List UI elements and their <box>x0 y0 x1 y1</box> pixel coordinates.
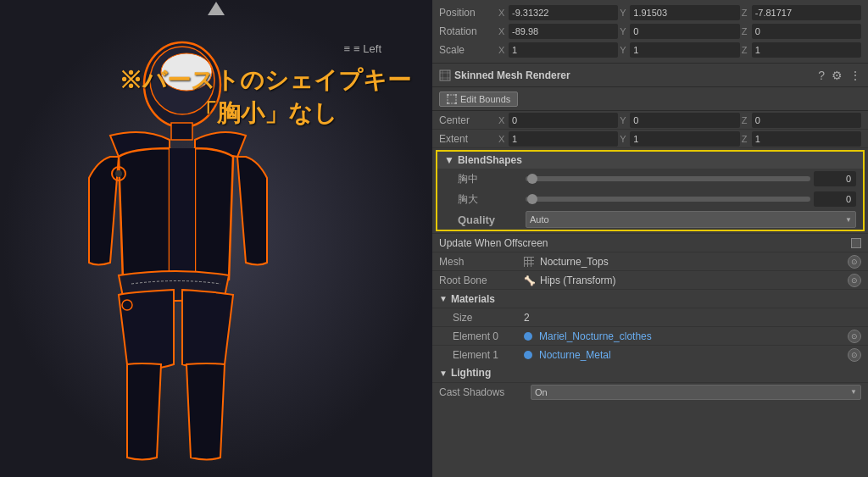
cast-shadows-dropdown[interactable]: On ▼ <box>531 385 861 400</box>
scale-z-group: Z 1 <box>742 42 861 58</box>
position-z-value[interactable]: -7.81717 <box>752 5 861 20</box>
root-bone-value[interactable]: Hips (Transform) <box>540 275 616 286</box>
element1-value[interactable]: Nocturne_Metal <box>539 349 611 361</box>
blend-item-1: 胸大 0 <box>437 189 863 209</box>
size-val[interactable]: 2 <box>524 312 530 324</box>
up-arrow-icon <box>203 0 229 17</box>
rotation-values: X -89.98 Y 0 Z 0 <box>498 24 861 39</box>
root-bone-value-group: 🦴 Hips (Transform) ⊙ <box>524 274 861 287</box>
materials-size-row: Size 2 <box>432 308 868 326</box>
blend-value-0[interactable]: 0 <box>814 171 856 186</box>
help-icon[interactable]: ? <box>818 69 825 82</box>
update-offscreen-checkbox[interactable] <box>851 238 861 248</box>
extent-values: X 1 Y 1 Z 1 <box>498 131 861 147</box>
mesh-value-group: Nocturne_Tops ⊙ <box>524 255 861 269</box>
center-label: Center <box>439 114 498 126</box>
lighting-label: Lighting <box>451 367 491 379</box>
blend-slider-track-0 <box>526 176 810 181</box>
view-label: ≡ ≡ Left <box>344 42 381 55</box>
size-label: Size <box>439 312 524 324</box>
blend-value-1[interactable]: 0 <box>814 191 856 207</box>
svg-point-6 <box>115 170 122 177</box>
element1-select-button[interactable]: ⊙ <box>848 348 861 362</box>
size-value: 2 <box>524 312 861 324</box>
scale-x-value[interactable]: 1 <box>509 42 618 58</box>
quality-arrow-icon: ▼ <box>845 216 852 224</box>
position-values: X -9.31322 Y 1.91503 Z -7.81717 <box>498 5 861 20</box>
center-z[interactable]: 0 <box>752 113 861 128</box>
scale-row: Scale X 1 Y 1 Z 1 <box>439 41 861 59</box>
mesh-label: Mesh <box>439 256 524 268</box>
settings-icon[interactable]: ⚙ <box>832 69 843 82</box>
edit-bounds-button[interactable]: Edit Bounds <box>439 92 518 107</box>
center-y[interactable]: 0 <box>630 113 739 128</box>
element0-dot-icon <box>524 332 532 341</box>
blend-shapes-section: ▼ BlendShapes 胸中 0 胸大 0 Quality <box>436 150 865 231</box>
overlay-line1: ※バーストのシェイプキー <box>119 64 411 97</box>
quality-dropdown[interactable]: Auto ▼ <box>526 211 856 228</box>
scale-z-value[interactable]: 1 <box>752 42 861 58</box>
center-x[interactable]: 0 <box>509 113 618 128</box>
blend-name-1: 胸大 <box>458 192 526 207</box>
element0-select-button[interactable]: ⊙ <box>848 330 861 343</box>
materials-collapse-icon[interactable]: ▼ <box>439 294 448 303</box>
position-x-value[interactable]: -9.31322 <box>509 5 618 20</box>
extent-y[interactable]: 1 <box>630 131 739 147</box>
svg-point-16 <box>455 94 458 97</box>
scale-y-value[interactable]: 1 <box>630 42 739 58</box>
scale-values: X 1 Y 1 Z 1 <box>498 42 861 58</box>
blend-slider-0[interactable] <box>526 176 810 181</box>
z-letter: Z <box>742 8 750 18</box>
menu-icon[interactable]: ⋮ <box>849 69 861 82</box>
quality-label: Quality <box>458 214 526 226</box>
svg-point-18 <box>455 102 458 104</box>
scale-label: Scale <box>439 44 498 56</box>
mesh-component-icon <box>439 69 451 81</box>
blend-shapes-label: BlendShapes <box>458 154 522 166</box>
svg-rect-9 <box>440 70 450 80</box>
position-x-group: X -9.31322 <box>498 5 618 20</box>
rotation-x-group: X -89.98 <box>498 24 618 39</box>
rotation-x-value[interactable]: -89.98 <box>509 24 618 39</box>
view-label-text: ≡ Left <box>353 42 381 55</box>
mesh-grid-icon <box>524 257 534 267</box>
blend-collapse-triangle[interactable]: ▼ <box>444 154 454 166</box>
element0-value[interactable]: Mariel_Nocturne_clothes <box>539 330 652 342</box>
mesh-select-button[interactable]: ⊙ <box>848 255 861 269</box>
quality-row: Quality Auto ▼ <box>437 209 863 230</box>
root-bone-person-icon: 🦴 <box>524 275 534 286</box>
materials-label: Materials <box>451 293 495 305</box>
blend-shapes-header: ▼ BlendShapes <box>437 152 863 169</box>
extent-z[interactable]: 1 <box>752 131 861 147</box>
mesh-value[interactable]: Nocturne_Tops <box>540 256 609 268</box>
svg-rect-14 <box>448 95 456 103</box>
viewport-panel: ≡ ≡ Left <box>0 0 432 477</box>
quality-value: Auto <box>530 214 549 225</box>
blend-name-0: 胸中 <box>458 172 526 186</box>
blend-item-0: 胸中 0 <box>437 169 863 189</box>
root-bone-select-button[interactable]: ⊙ <box>848 274 861 287</box>
mesh-row: Mesh Nocturne_Tops ⊙ <box>432 252 868 270</box>
extent-label: Extent <box>439 133 498 145</box>
root-bone-label: Root Bone <box>439 275 524 286</box>
element1-dot-icon <box>524 351 532 359</box>
lighting-collapse-icon[interactable]: ▼ <box>439 369 448 378</box>
rotation-row: Rotation X -89.98 Y 0 Z 0 <box>439 22 861 41</box>
root-bone-row: Root Bone 🦴 Hips (Transform) ⊙ <box>432 270 868 289</box>
bounds-icon <box>447 94 457 104</box>
update-offscreen-label: Update When Offscreen <box>439 237 548 249</box>
update-checkbox-box <box>851 238 861 248</box>
blend-slider-thumb-0 <box>527 174 537 184</box>
extent-x[interactable]: 1 <box>509 131 618 147</box>
scale-y-group: Y 1 <box>620 42 739 58</box>
extent-row: Extent X 1 Y 1 Z 1 <box>432 130 868 148</box>
component-title-group: Skinned Mesh Renderer <box>439 69 570 81</box>
blend-slider-1[interactable] <box>526 197 810 202</box>
position-z-group: Z -7.81717 <box>742 5 861 20</box>
rotation-z-value[interactable]: 0 <box>752 24 861 39</box>
rotation-y-value[interactable]: 0 <box>630 24 739 39</box>
position-y-value[interactable]: 1.91503 <box>630 5 739 20</box>
component-action-icons: ? ⚙ ⋮ <box>818 69 861 82</box>
y-letter: Y <box>620 8 628 18</box>
cast-shadows-row: Cast Shadows On ▼ <box>432 382 868 401</box>
